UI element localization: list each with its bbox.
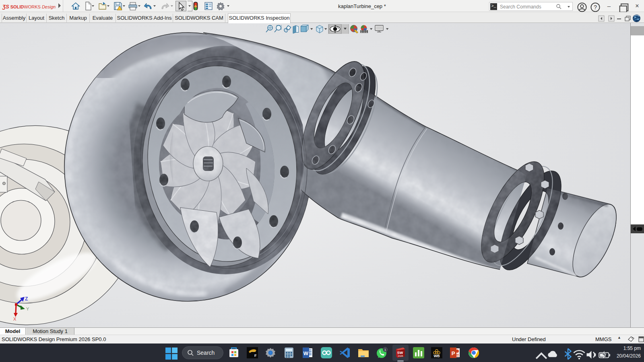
svg-text:?: ? [594, 4, 597, 10]
svg-text:Y: Y [26, 306, 29, 311]
svg-text:Z: Z [25, 296, 28, 302]
svg-text:P: P [452, 350, 455, 356]
svg-text:2026: 2026 [398, 355, 403, 357]
svg-text:X: X [13, 317, 17, 321]
svg-text:W: W [303, 350, 309, 356]
svg-text:SW: SW [397, 351, 403, 355]
svg-text:1: 1 [384, 348, 386, 352]
svg-text:WB: WB [434, 354, 440, 358]
svg-text:F: F [254, 354, 257, 358]
